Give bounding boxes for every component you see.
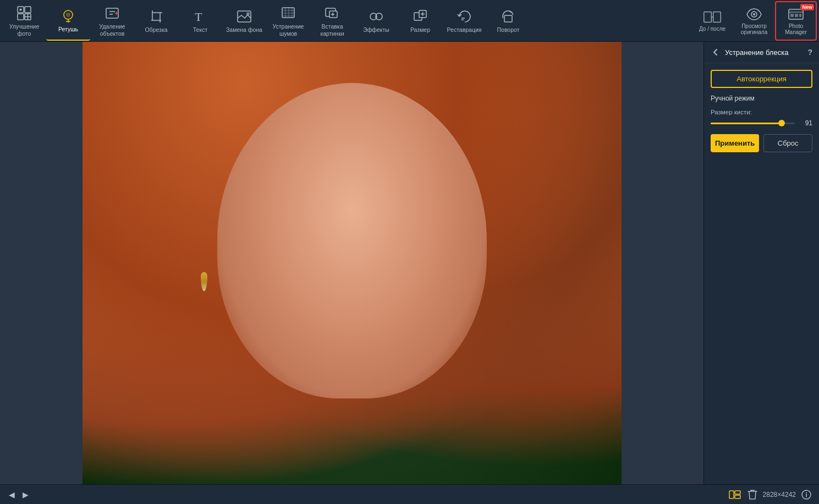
toolbar-crop-label: Обрезка	[145, 26, 167, 34]
image-area[interactable]	[0, 42, 703, 484]
autocorrect-button[interactable]: Автокоррекция	[711, 70, 812, 88]
bottom-info: 2828×4242	[728, 488, 812, 501]
brush-size-slider[interactable]	[711, 119, 795, 128]
new-badge: New	[800, 4, 814, 10]
photo-canvas	[83, 42, 622, 484]
prev-image-button[interactable]: ◀	[7, 489, 17, 500]
svg-point-4	[20, 8, 22, 10]
slider-thumb[interactable]	[778, 120, 785, 126]
svg-rect-46	[799, 14, 801, 17]
svg-rect-36	[504, 15, 512, 22]
toolbar-item-view-original[interactable]: Просмотр оригинала	[733, 1, 775, 41]
svg-rect-45	[795, 14, 798, 17]
toolbar-rotate-label: Поворот	[497, 26, 520, 34]
svg-rect-44	[790, 14, 794, 17]
svg-rect-38	[713, 12, 721, 23]
next-image-button[interactable]: ▶	[20, 489, 31, 500]
svg-point-8	[66, 13, 70, 17]
effects-icon	[367, 8, 385, 25]
before-after-label: До / после	[699, 26, 725, 32]
toolbar-item-photo-manager[interactable]: New Photo Manager	[775, 1, 817, 41]
gallery-view-button[interactable]	[728, 489, 742, 500]
toolbar-resize-label: Размер	[410, 26, 430, 34]
panel-body: Автокоррекция Ручной режим Размер кисти:…	[704, 63, 819, 159]
svg-rect-49	[735, 495, 740, 499]
toolbar-item-replace-bg[interactable]: Замена фона	[222, 1, 266, 41]
remove-objects-icon	[103, 4, 121, 22]
view-original-icon	[745, 7, 763, 22]
crop-icon	[147, 8, 165, 25]
toolbar-item-enhance[interactable]: Улучшение фото	[2, 1, 46, 41]
slider-fill	[711, 123, 782, 124]
toolbar-item-crop[interactable]: Обрезка	[134, 1, 178, 41]
denoise-icon	[279, 4, 297, 22]
panel-help-button[interactable]: ?	[807, 48, 812, 57]
toolbar-item-retouch[interactable]: Ретушь	[46, 1, 90, 41]
image-dimensions: 2828×4242	[763, 491, 796, 499]
face-overlay	[217, 83, 487, 398]
panel-back-button[interactable]	[711, 47, 721, 57]
slider-row: 91	[711, 119, 812, 128]
main-toolbar: Улучшение фото Ретушь Удаление объектов	[0, 0, 819, 42]
main-content: Устранение блеска ? Автокоррекция Ручной…	[0, 42, 819, 484]
toolbar-item-text[interactable]: T Текст	[178, 1, 222, 41]
delete-button[interactable]	[746, 488, 758, 501]
photo-manager-label: Photo Manager	[778, 23, 813, 35]
toolbar-item-denoise[interactable]: Устранение шумов	[266, 1, 310, 41]
svg-point-52	[806, 492, 807, 493]
portrait-background	[83, 42, 622, 484]
reset-button[interactable]: Сброс	[763, 134, 812, 152]
brush-size-label: Размер кисти:	[711, 109, 812, 115]
toolbar-effects-label: Эффекты	[363, 26, 389, 34]
insert-image-icon	[323, 4, 341, 22]
toolbar-item-resize[interactable]: Размер	[398, 1, 442, 41]
resize-icon	[411, 8, 429, 25]
svg-rect-37	[704, 12, 711, 23]
view-original-label: Просмотр оригинала	[735, 23, 773, 35]
apply-button[interactable]: Применить	[711, 134, 759, 152]
panel-title: Устранение блеска	[725, 48, 803, 57]
svg-rect-1	[25, 7, 31, 13]
toolbar-text-label: Текст	[193, 26, 207, 34]
bottom-nav: ◀ ▶	[7, 489, 31, 500]
svg-rect-47	[729, 491, 734, 499]
svg-rect-2	[18, 14, 24, 20]
toolbar-replace-bg-label: Замена фона	[226, 26, 262, 34]
toolbar-item-remove-objects[interactable]: Удаление объектов	[90, 1, 134, 41]
slider-value: 91	[799, 119, 812, 127]
slider-track	[711, 123, 795, 124]
panel-header: Устранение блеска ?	[704, 42, 819, 63]
before-after-icon	[703, 9, 721, 25]
toolbar-insert-label: Вставка картинки	[312, 23, 352, 37]
toolbar-item-restore[interactable]: Реставрация	[442, 1, 486, 41]
toolbar-item-before-after[interactable]: До / после	[691, 1, 733, 41]
bottom-bar: ◀ ▶ 2828×4242	[0, 484, 819, 504]
text-icon: T	[191, 8, 209, 25]
toolbar-item-effects[interactable]: Эффекты	[354, 1, 398, 41]
toolbar-retouch-label: Ретушь	[58, 26, 78, 33]
toolbar-item-insert-image[interactable]: Вставка картинки	[310, 1, 354, 41]
enhance-icon	[15, 4, 33, 22]
manual-mode-label: Ручной режим	[711, 95, 812, 102]
replace-bg-icon	[235, 8, 253, 25]
image-info-button[interactable]	[800, 489, 812, 501]
toolbar-denoise-label: Устранение шумов	[268, 23, 308, 37]
toolbar-enhance-label: Улучшение фото	[4, 23, 44, 37]
rotate-icon	[499, 8, 517, 25]
svg-point-41	[753, 13, 755, 15]
restore-icon	[455, 8, 473, 25]
svg-point-22	[246, 12, 250, 15]
toolbar-restore-label: Реставрация	[447, 26, 482, 34]
action-buttons: Применить Сброс	[711, 134, 812, 152]
toolbar-item-rotate[interactable]: Поворот	[486, 1, 530, 41]
right-panel: Устранение блеска ? Автокоррекция Ручной…	[703, 42, 819, 484]
svg-rect-48	[735, 491, 740, 494]
retouch-icon	[59, 7, 77, 25]
toolbar-remove-label: Удаление объектов	[92, 23, 132, 37]
brush-size-row: Размер кисти: 91	[711, 109, 812, 128]
svg-text:T: T	[195, 10, 202, 24]
